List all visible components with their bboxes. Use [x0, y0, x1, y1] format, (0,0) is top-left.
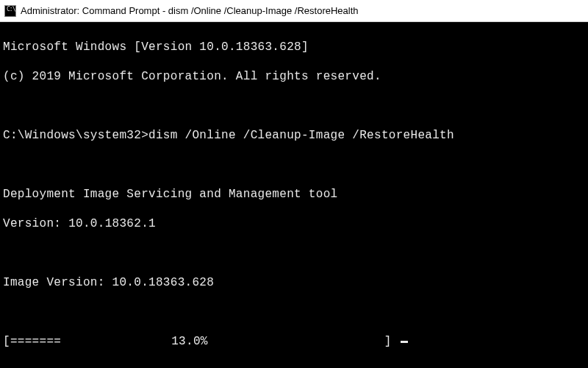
terminal-output[interactable]: Microsoft Windows [Version 10.0.18363.62… [0, 22, 588, 367]
window-title: Administrator: Command Prompt - dism /On… [21, 5, 359, 16]
blank-line [3, 246, 585, 261]
version-value: 10.0.18362.1 [68, 217, 156, 230]
prompt-line: C:\Windows\system32>dism /Online /Cleanu… [3, 128, 585, 143]
blank-line [3, 158, 585, 172]
cmd-icon-glyph: C:\ [7, 7, 15, 13]
prompt-path: C:\Windows\system32> [3, 129, 148, 142]
image-version-value: 10.0.18363.628 [112, 276, 215, 289]
command-text: dism /Online /Cleanup-Image /RestoreHeal… [148, 129, 454, 142]
progress-bar-open: [ [3, 335, 10, 348]
progress-line: [=======13.0%] [3, 334, 585, 349]
image-version-line: Image Version: 10.0.18363.628 [3, 275, 585, 290]
window-titlebar[interactable]: C:\ Administrator: Command Prompt - dism… [0, 0, 588, 22]
cursor [401, 341, 408, 343]
version-label: Version: [3, 217, 61, 230]
tool-name-line: Deployment Image Servicing and Managemen… [3, 187, 585, 202]
progress-bar-fill: ======= [10, 335, 61, 348]
image-version-label: Image Version: [3, 276, 105, 289]
progress-percent: 13.0% [171, 335, 208, 348]
copyright-line: (c) 2019 Microsoft Corporation. All righ… [3, 69, 585, 84]
version-line: Version: 10.0.18362.1 [3, 216, 585, 231]
banner-line: Microsoft Windows [Version 10.0.18363.62… [3, 40, 585, 54]
blank-line [3, 99, 585, 113]
cmd-icon: C:\ [4, 5, 16, 17]
blank-line [3, 305, 585, 319]
progress-bar-close: ] [384, 335, 392, 348]
